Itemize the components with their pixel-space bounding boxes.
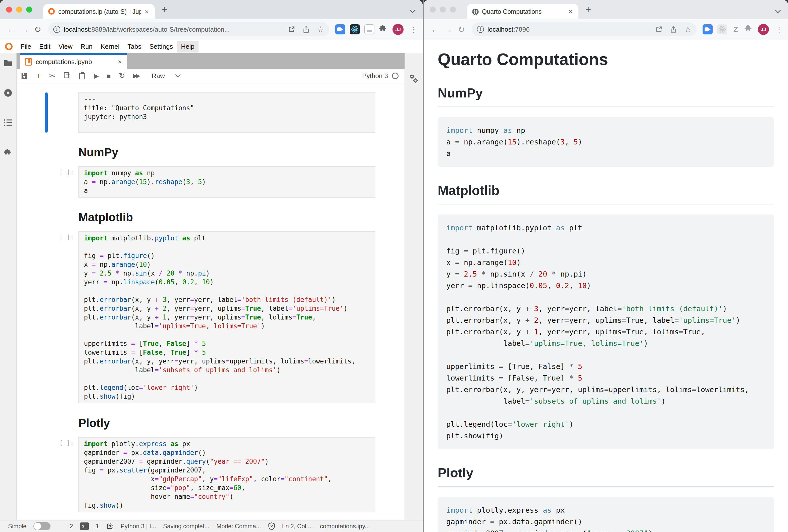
minimize-window-button[interactable] <box>440 6 446 13</box>
extensions-puzzle-icon[interactable] <box>744 24 753 35</box>
kernel-chip-icon[interactable] <box>106 523 114 530</box>
kernel-name[interactable]: Python 3 <box>362 72 388 80</box>
browser-menu-icon[interactable]: ⋮ <box>775 25 783 34</box>
active-file-text: computations.ipy... <box>320 523 370 530</box>
raw-cell[interactable]: ---title: "Quarto Computations"jupyter: … <box>78 93 375 132</box>
menu-kernel[interactable]: Kernel <box>97 41 123 53</box>
dropdown-chevron-icon <box>175 72 181 78</box>
menu-edit[interactable]: Edit <box>35 41 55 53</box>
section-heading-numpy: NumPy <box>438 85 774 107</box>
site-info-icon[interactable]: i <box>53 26 60 33</box>
markdown-cell-numpy[interactable]: NumPy <box>78 146 375 159</box>
close-window-button[interactable] <box>430 6 436 13</box>
kernel-status-icon[interactable] <box>392 73 398 79</box>
paste-cells-button[interactable] <box>79 72 86 80</box>
tab-close-icon[interactable]: × <box>144 8 150 16</box>
browser-tab-quarto[interactable]: Quarto Computations × <box>467 4 578 19</box>
code-editor-numpy[interactable]: import numpy as npa = np.arange(15).resh… <box>78 166 375 198</box>
site-info-icon[interactable]: i <box>477 26 484 33</box>
zoom-extension-icon[interactable] <box>703 24 713 35</box>
browser-menu-icon[interactable]: ⋮ <box>410 25 418 34</box>
extension-manager-puzzle-icon[interactable] <box>3 148 13 159</box>
tab-search-chevron-icon[interactable] <box>411 5 415 14</box>
notebook-tab-close-icon[interactable]: × <box>118 58 122 66</box>
file-browser-icon[interactable] <box>3 59 13 69</box>
share-icon[interactable] <box>302 26 310 33</box>
copy-cells-button[interactable] <box>63 72 71 80</box>
open-in-new-icon[interactable] <box>655 26 663 33</box>
tab-close-icon[interactable]: × <box>568 8 573 16</box>
restart-kernel-button[interactable]: ↻ <box>119 72 125 80</box>
reload-button[interactable]: ↻ <box>455 24 468 35</box>
terminal-icon[interactable]: $_ <box>80 523 89 530</box>
markdown-cell-plotly[interactable]: Plotly <box>78 416 375 430</box>
forward-button[interactable]: → <box>18 25 31 35</box>
cell-type-dropdown[interactable]: Raw <box>152 72 180 80</box>
cut-cells-button[interactable]: ✂ <box>49 72 56 80</box>
reload-button[interactable]: ↻ <box>31 24 44 35</box>
menu-tabs[interactable]: Tabs <box>123 41 145 53</box>
browser-tab-jupyter[interactable]: computations.ip (auto-S) - Jup × <box>43 4 155 19</box>
browser-tab-title: Quarto Computations <box>482 8 565 15</box>
url-host: localhost <box>488 26 513 34</box>
share-icon[interactable] <box>670 26 677 33</box>
raw-cell-editor[interactable]: ---title: "Quarto Computations"jupyter: … <box>78 93 375 132</box>
notebook-tab[interactable]: computations.ipynb × <box>20 53 127 69</box>
new-tab-button[interactable]: + <box>162 4 168 15</box>
tab-search-chevron-icon[interactable] <box>776 5 780 14</box>
table-of-contents-icon[interactable] <box>3 119 13 129</box>
browser-tabstrip: Quarto Computations × + <box>423 0 788 19</box>
react-devtools-icon[interactable] <box>717 24 727 35</box>
close-window-button[interactable] <box>6 6 12 13</box>
react-devtools-icon[interactable] <box>350 24 360 35</box>
bookmark-star-icon[interactable]: ☆ <box>317 26 324 33</box>
address-bar[interactable]: i localhost :7896 ☆ <box>472 22 696 36</box>
minimize-window-button[interactable] <box>16 6 22 13</box>
back-button[interactable]: ← <box>5 25 18 35</box>
zoom-window-button[interactable] <box>26 6 32 13</box>
code-block-numpy: import numpy as npa = np.arange(15).resh… <box>438 117 774 167</box>
code-cell-matplotlib[interactable]: [ ]: import matplotlib.pyplot as plt fig… <box>78 231 375 403</box>
simple-mode-toggle[interactable] <box>34 522 51 530</box>
forward-button[interactable]: → <box>442 25 455 35</box>
jupyter-favicon <box>48 8 55 15</box>
page-title: Quarto Computations <box>438 49 774 69</box>
section-heading-matplotlib: Matplotlib <box>438 183 774 204</box>
markdown-cell-matplotlib[interactable]: Matplotlib <box>78 211 375 224</box>
code-editor-plotly[interactable]: import plotly.express as pxgapminder = p… <box>78 437 375 512</box>
cursor-position-text[interactable]: Ln 2, Col ... <box>282 523 313 530</box>
menu-help[interactable]: Help <box>177 41 198 53</box>
restart-run-all-button[interactable]: ▶▶ <box>133 73 139 79</box>
menu-file[interactable]: File <box>17 41 35 53</box>
z-extension-icon[interactable]: Z <box>732 25 740 34</box>
trust-shield-icon[interactable] <box>268 523 275 530</box>
property-inspector-gears-icon[interactable] <box>408 73 419 520</box>
menu-view[interactable]: View <box>55 41 77 53</box>
bookmark-star-icon[interactable]: ☆ <box>684 26 691 33</box>
profile-avatar[interactable]: JJ <box>393 24 403 35</box>
zoom-window-button[interactable] <box>450 6 456 13</box>
document-extension-icon[interactable] <box>365 24 374 35</box>
save-button[interactable] <box>21 72 28 80</box>
run-cell-button[interactable]: ▶ <box>94 73 99 79</box>
back-button[interactable]: ← <box>429 25 442 35</box>
cell-type-value: Raw <box>152 72 165 80</box>
command-mode-text[interactable]: Mode: Comma... <box>216 523 261 530</box>
add-cell-button[interactable]: + <box>36 71 41 80</box>
address-bar[interactable]: i localhost :8889/lab/workspaces/auto-S/… <box>48 22 329 36</box>
profile-avatar[interactable]: JJ <box>758 24 769 35</box>
code-editor-matplotlib[interactable]: import matplotlib.pyplot as plt fig = pl… <box>78 231 375 403</box>
code-cell-plotly[interactable]: [ ]: import plotly.express as pxgapminde… <box>78 437 375 512</box>
new-tab-button[interactable]: + <box>586 4 591 15</box>
open-in-new-icon[interactable] <box>288 26 295 33</box>
menu-settings[interactable]: Settings <box>145 41 177 53</box>
running-kernels-icon[interactable] <box>3 88 13 100</box>
extensions-puzzle-icon[interactable] <box>379 24 388 35</box>
kernel-status-text[interactable]: Python 3 | I... <box>121 523 156 530</box>
saving-status-text: Saving complet... <box>163 523 209 530</box>
interrupt-kernel-button[interactable]: ■ <box>107 73 111 79</box>
zoom-extension-icon[interactable] <box>335 24 345 35</box>
code-cell-numpy[interactable]: [ ]: import numpy as npa = np.arange(15)… <box>78 166 375 198</box>
menu-run[interactable]: Run <box>77 41 97 53</box>
section-heading-numpy: NumPy <box>78 146 375 159</box>
